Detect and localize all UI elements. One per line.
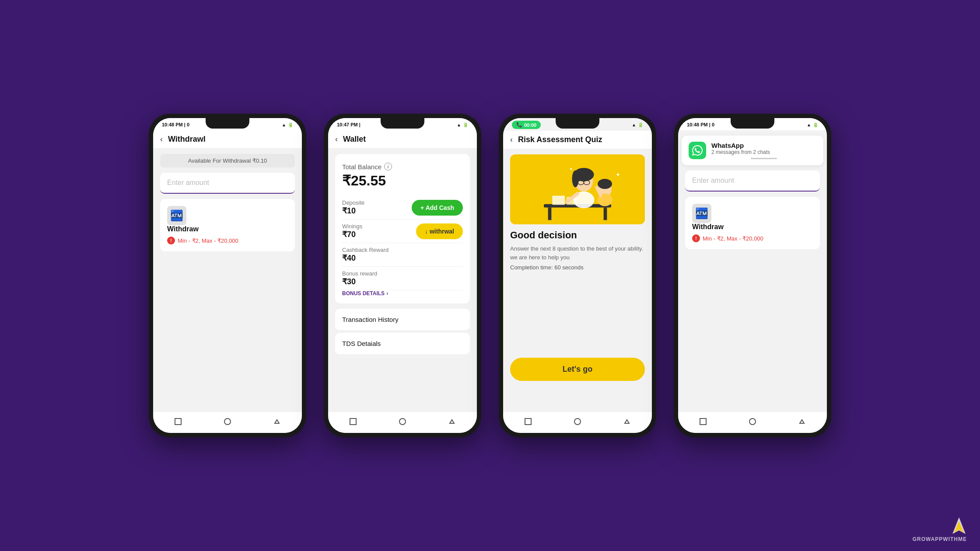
whatsapp-icon — [689, 142, 706, 159]
whatsapp-app-name: WhatsApp — [711, 142, 816, 149]
nav-circle-4[interactable] — [747, 416, 758, 427]
status-icons-2: ▲ 🔋 — [457, 122, 468, 127]
back-button-3[interactable]: ‹ — [510, 135, 513, 144]
nav-header-2: ‹ Wallet — [328, 130, 477, 149]
notch-3 — [556, 118, 599, 129]
phone-3: 📞 00:00 ▲ 🔋 ‹ Risk Assessment Quiz — [499, 114, 656, 437]
transaction-history-item[interactable]: Transaction History — [335, 309, 470, 330]
back-button-2[interactable]: ‹ — [335, 135, 338, 144]
svg-point-14 — [572, 171, 578, 188]
status-icons-3: ▲ 🔋 — [632, 122, 643, 127]
min-max-4: ! Min - ₹2, Max - ₹20,000 — [692, 234, 813, 242]
time-2: 10:47 PM | — [337, 122, 360, 127]
svg-rect-3 — [350, 418, 356, 425]
wifi-icon-4: ▲ — [807, 122, 811, 127]
svg-marker-28 — [625, 420, 629, 423]
battery-icon: 🔋 — [288, 122, 293, 127]
balance-amount: ₹25.55 — [342, 172, 463, 189]
lets-go-button[interactable]: Let's go — [510, 358, 645, 381]
whatsapp-notification[interactable]: WhatsApp 2 messages from 2 chats — [682, 136, 823, 165]
quiz-title: Good decision — [510, 230, 645, 241]
svg-rect-26 — [525, 418, 531, 425]
svg-rect-10 — [552, 195, 565, 205]
nav-square-2[interactable] — [348, 416, 358, 427]
nav-header-3: ‹ Risk Assessment Quiz — [503, 131, 652, 149]
whatsapp-message: 2 messages from 2 chats — [711, 149, 816, 155]
svg-marker-31 — [800, 420, 804, 423]
nav-triangle-1[interactable] — [272, 416, 282, 427]
svg-rect-29 — [700, 418, 706, 425]
nav-title-1: Withdrawl — [168, 135, 206, 144]
time-4: 10:48 PM | 0 — [687, 122, 714, 127]
available-label-1: Available For Withdrawal ₹0.10 — [160, 154, 295, 167]
red-circle-4: ! — [692, 234, 700, 242]
svg-point-21 — [598, 179, 612, 189]
notch-1 — [206, 118, 249, 129]
tds-details-item[interactable]: TDS Detaials — [335, 333, 470, 354]
notch-2 — [381, 118, 424, 129]
bottom-nav-4 — [678, 412, 827, 433]
red-circle-1: ! — [167, 237, 175, 244]
time-1: 10:48 PM | 0 — [162, 122, 189, 127]
nav-triangle-4[interactable] — [797, 416, 807, 427]
bottom-nav-2 — [328, 412, 477, 433]
withdraw-card-4: 🏧 Withdraw ! Min - ₹2, Max - ₹20,000 — [685, 197, 820, 249]
call-icon: 📞 — [516, 122, 522, 128]
wifi-icon-2: ▲ — [457, 122, 461, 127]
nav-circle-1[interactable] — [222, 416, 233, 427]
watermark-text: GROWAPPWITHME — [913, 536, 967, 542]
whatsapp-line — [751, 158, 777, 159]
svg-rect-8 — [548, 207, 552, 220]
quiz-content: ✦ ✦ Good decision Answer the next 8 ques… — [503, 149, 652, 412]
deposite-row: Deposite ₹10 + Add Cash — [342, 196, 463, 220]
notch-4 — [731, 118, 774, 129]
bonus-details-link[interactable]: BONUS DETAILS › — [342, 290, 463, 296]
nav-square-4[interactable] — [698, 416, 708, 427]
svg-rect-0 — [175, 418, 181, 425]
wifi-icon-3: ▲ — [632, 122, 636, 127]
bottom-nav-1 — [153, 412, 302, 433]
bonus-row: Bonus reward ₹30 — [342, 267, 463, 290]
nav-square-1[interactable] — [173, 416, 183, 427]
phone-collection: 10:48 PM | 0 ▲ 🔋 ‹ Withdrawl Available F… — [149, 114, 831, 437]
battery-icon-4: 🔋 — [813, 122, 818, 127]
enter-amount-4[interactable]: Enter amount — [685, 171, 820, 192]
battery-icon-3: 🔋 — [638, 122, 643, 127]
back-button-1[interactable]: ‹ — [160, 135, 163, 144]
quiz-description: Answer the next 8 question to the best o… — [510, 244, 645, 262]
withdrawal-button[interactable]: ↓ withrwal — [416, 223, 463, 239]
quiz-text-section: Good decision Answer the next 8 question… — [503, 230, 652, 271]
nav-circle-3[interactable] — [572, 416, 583, 427]
balance-section: Total Balance i ₹25.55 Deposite ₹10 + Ad… — [335, 154, 470, 303]
quiz-image: ✦ ✦ — [510, 154, 645, 224]
watermark-logo — [952, 516, 967, 536]
nav-triangle-2[interactable] — [447, 416, 457, 427]
bonus-block: Bonus reward ₹30 — [342, 270, 377, 286]
svg-text:✦: ✦ — [569, 167, 573, 171]
total-balance-label: Total Balance i — [342, 163, 463, 171]
nav-square-3[interactable] — [523, 416, 533, 427]
svg-rect-6 — [510, 156, 645, 223]
watermark: GROWAPPWITHME — [913, 516, 967, 542]
enter-amount-1[interactable]: Enter amount — [160, 173, 295, 194]
svg-point-30 — [749, 418, 756, 425]
whatsapp-text: WhatsApp 2 messages from 2 chats — [711, 142, 816, 159]
info-icon[interactable]: i — [384, 163, 392, 171]
add-cash-button[interactable]: + Add Cash — [412, 200, 463, 216]
atm-icon-4: 🏧 — [692, 204, 711, 223]
withdraw-title-1: Withdraw — [167, 225, 288, 233]
wallet-content: Total Balance i ₹25.55 Deposite ₹10 + Ad… — [328, 149, 477, 412]
bottom-nav-3 — [503, 412, 652, 433]
nav-title-3: Risk Assessment Quiz — [518, 135, 602, 144]
deposite-block: Deposite ₹10 — [342, 199, 364, 216]
winings-block: Winings ₹70 — [342, 223, 362, 239]
nav-title-2: Wallet — [343, 135, 366, 144]
nav-triangle-3[interactable] — [622, 416, 632, 427]
svg-point-1 — [224, 418, 231, 425]
nav-circle-2[interactable] — [397, 416, 408, 427]
cashback-block: Cashback Reward ₹40 — [342, 247, 388, 263]
status-icons-1: ▲ 🔋 — [282, 122, 293, 127]
svg-marker-5 — [450, 420, 454, 423]
withdraw-card-1: 🏧 Withdraw ! Min - ₹2, Max - ₹20,000 — [160, 199, 295, 251]
svg-text:✦: ✦ — [616, 171, 620, 178]
